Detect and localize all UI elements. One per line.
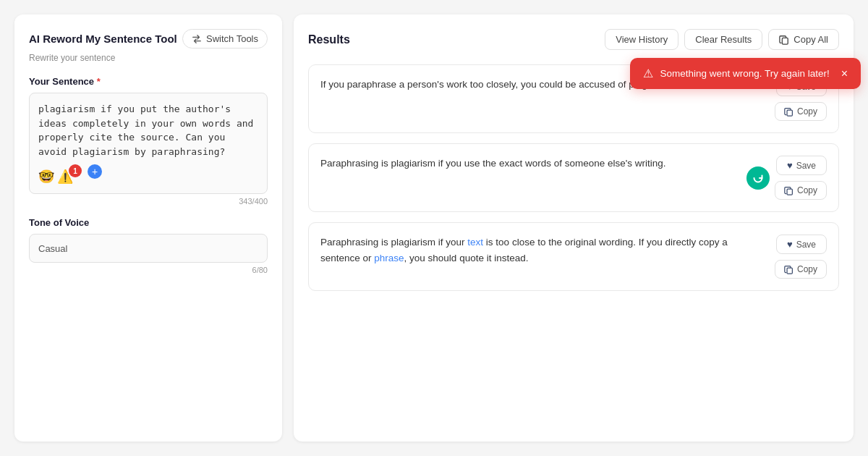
result-text-3-plain: Paraphrasing is plagiarism if your — [320, 237, 467, 248]
emoji-nerd[interactable]: 🤓 — [38, 169, 54, 185]
copy-label-3: Copy — [797, 264, 817, 274]
sentence-input-wrapper: plagiarism if you put the author's ideas… — [29, 93, 268, 194]
copy-all-button[interactable]: Copy All — [768, 29, 839, 50]
copy-label-2: Copy — [797, 185, 817, 195]
copy-button-1[interactable]: Copy — [775, 102, 827, 121]
copy-icon-3 — [784, 265, 793, 274]
heart-icon-2: ♥ — [787, 160, 793, 171]
clear-results-button[interactable]: Clear Results — [684, 29, 762, 50]
result-text-3: Paraphrasing is plagiarism if your text … — [320, 235, 766, 266]
toast-close-button[interactable]: × — [841, 68, 848, 80]
required-marker: * — [97, 76, 101, 87]
tone-input[interactable] — [38, 243, 258, 254]
copy-label-1: Copy — [797, 106, 817, 117]
switch-tools-icon — [192, 34, 202, 44]
save-label-2: Save — [796, 161, 816, 171]
copy-button-3[interactable]: Copy — [775, 260, 827, 279]
switch-tools-label: Switch Tools — [206, 33, 258, 44]
left-panel: AI Reword My Sentence Tool Switch Tools … — [14, 14, 282, 442]
result-text-2: Paraphrasing is plagiarism if you use th… — [320, 156, 766, 172]
copy-icon-2 — [784, 186, 793, 195]
svg-rect-3 — [787, 268, 792, 274]
tone-input-wrapper — [29, 234, 268, 263]
copy-button-2[interactable]: Copy — [775, 181, 827, 200]
results-actions: View History Clear Results Copy All — [605, 29, 839, 50]
left-header: AI Reword My Sentence Tool Switch Tools — [29, 29, 268, 48]
add-emoji-button[interactable]: + — [88, 164, 102, 179]
save-label-3: Save — [796, 240, 816, 250]
tool-subtitle: Rewrite your sentence — [29, 53, 268, 63]
refresh-button-2[interactable] — [746, 166, 770, 190]
toast-error-icon: ⚠ — [643, 67, 653, 80]
result-card-3-content: Paraphrasing is plagiarism if your text … — [320, 235, 827, 279]
copy-all-icon — [779, 35, 789, 45]
switch-tools-button[interactable]: Switch Tools — [182, 29, 268, 48]
sentence-label: Your Sentence * — [29, 76, 268, 87]
results-title: Results — [308, 33, 350, 46]
tone-char-count: 6/80 — [29, 266, 268, 274]
error-toast: ⚠ Something went wrong. Try again later!… — [630, 58, 861, 89]
tone-label: Tone of Voice — [29, 217, 268, 228]
result-card-3: Paraphrasing is plagiarism if your text … — [308, 222, 839, 291]
copy-icon-1 — [784, 107, 793, 117]
save-button-3[interactable]: ♥ Save — [776, 235, 827, 254]
svg-rect-1 — [787, 110, 792, 116]
view-history-button[interactable]: View History — [605, 29, 678, 50]
result-3-actions: ♥ Save Copy — [775, 235, 827, 279]
result-text-3-end: , you should quote it instead. — [404, 253, 529, 263]
results-header: Results View History Clear Results Copy … — [308, 29, 839, 50]
copy-all-label: Copy All — [793, 34, 828, 45]
result-card-2: Paraphrasing is plagiarism if you use th… — [308, 143, 839, 212]
svg-rect-2 — [787, 189, 792, 195]
save-button-2[interactable]: ♥ Save — [776, 156, 827, 175]
refresh-icon-2 — [752, 172, 764, 184]
sentence-char-count: 343/400 — [29, 197, 268, 206]
result-text-3-highlight2: phrase — [374, 253, 404, 263]
svg-rect-0 — [783, 38, 788, 44]
emoji-row: 🤓 ⚠️ 1 + — [38, 169, 258, 185]
heart-icon-3: ♥ — [787, 239, 793, 250]
toast-message: Something went wrong. Try again later! — [660, 68, 830, 79]
tone-section: Tone of Voice 6/80 — [29, 217, 268, 274]
result-text-3-highlight1: text — [467, 237, 483, 248]
emoji-badge: 1 — [69, 164, 82, 177]
result-2-actions: ♥ Save Copy — [775, 156, 827, 200]
tool-title: AI Reword My Sentence Tool — [29, 33, 177, 45]
sentence-textarea[interactable]: plagiarism if you put the author's ideas… — [38, 102, 258, 160]
